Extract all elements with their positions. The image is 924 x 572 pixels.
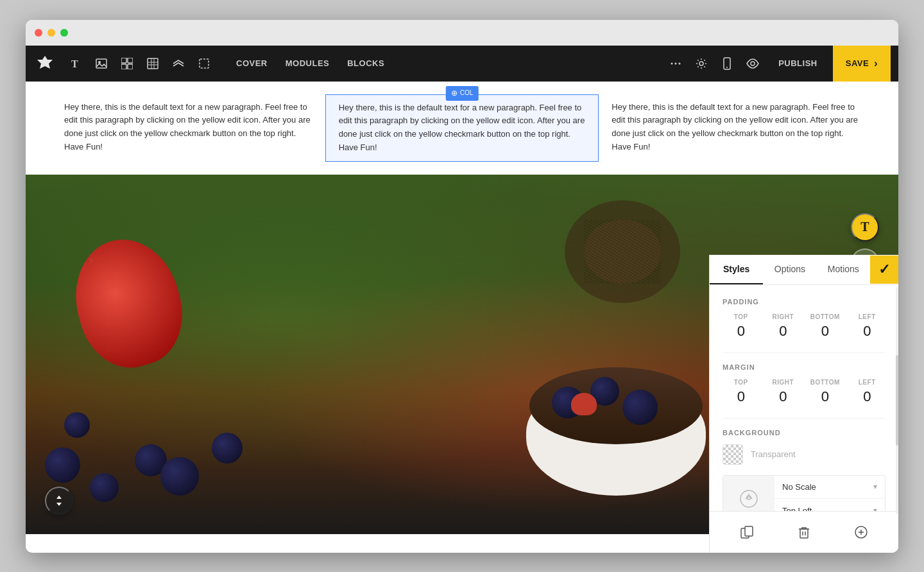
margin-top: TOP 0: [723, 379, 760, 405]
minimize-button[interactable]: [47, 29, 55, 37]
margin-bottom-label: BOTTOM: [810, 379, 840, 386]
svg-rect-29: [745, 526, 753, 536]
svg-point-13: [671, 62, 673, 64]
duplicate-footer-button[interactable]: [735, 521, 758, 544]
svg-rect-7: [148, 58, 158, 69]
toolbar-nav: COVER MODULES BLOCKS: [228, 55, 392, 72]
maximize-button[interactable]: [60, 29, 68, 37]
gallery-tool-button[interactable]: [116, 52, 139, 75]
scale-dropdown[interactable]: No Scale ▾: [774, 476, 885, 499]
image-options: No Scale ▾ Top Left ▾: [774, 476, 885, 511]
reorder-float-icon: [52, 494, 66, 508]
svg-rect-30: [800, 529, 808, 538]
col-handle-label: COL: [460, 88, 474, 98]
toolbar: T COVER MODULES BLOCKS: [26, 46, 898, 82]
margin-right-label: RIGHT: [772, 379, 794, 386]
publish-button[interactable]: PUBLISH: [768, 53, 828, 73]
svg-point-14: [675, 62, 677, 64]
app-window: T COVER MODULES BLOCKS: [26, 20, 898, 553]
reorder-float-button[interactable]: [45, 487, 73, 515]
text-float-button[interactable]: T: [851, 213, 879, 241]
margin-bottom: BOTTOM 0: [807, 379, 844, 405]
food-bowl: [513, 329, 719, 496]
position-dropdown[interactable]: Top Left ▾: [774, 499, 885, 511]
divider-2: [723, 418, 886, 419]
layers-tool-button[interactable]: [167, 52, 190, 75]
delete-footer-button[interactable]: [792, 521, 816, 544]
padding-right-value[interactable]: 0: [779, 323, 787, 340]
background-color-row: Transparent: [723, 444, 886, 465]
preview-icon[interactable]: [742, 53, 763, 74]
padding-top-label: TOP: [734, 313, 748, 320]
margin-label: MARGIN: [723, 363, 886, 371]
tab-options[interactable]: Options: [763, 255, 816, 284]
margin-section: MARGIN TOP 0 RIGHT 0 BOTTOM 0: [723, 363, 886, 405]
mobile-icon[interactable]: [717, 53, 737, 74]
background-section: BACKGROUND Transparent: [723, 429, 886, 511]
confirm-icon: ✓: [878, 261, 890, 278]
padding-right-label: RIGHT: [772, 313, 794, 320]
panel-tabs: Styles Options Motions ✓: [710, 255, 898, 285]
background-label: BACKGROUND: [723, 429, 886, 437]
margin-left-label: LEFT: [859, 379, 876, 386]
position-label: Top Left: [782, 506, 812, 511]
image-tool-button[interactable]: [90, 52, 113, 75]
background-image-row: No Scale ▾ Top Left ▾: [723, 475, 886, 511]
padding-left-value[interactable]: 0: [863, 323, 871, 340]
text-tool-button[interactable]: T: [64, 52, 87, 75]
tab-motions[interactable]: Motions: [817, 255, 870, 284]
text-column-3: Hey there, this is the default text for …: [599, 94, 873, 162]
panel-footer: [710, 511, 898, 553]
margin-top-value[interactable]: 0: [737, 388, 745, 405]
grid-tool-button[interactable]: [141, 52, 164, 75]
svg-point-25: [740, 490, 757, 507]
text-column-2-content: Hey there, this is the default text for …: [339, 103, 585, 152]
main-content: Hey there, this is the default text for …: [26, 82, 898, 553]
arrange-tool-button[interactable]: [193, 52, 216, 75]
svg-point-16: [699, 62, 703, 65]
save-button[interactable]: SAVE ›: [833, 46, 891, 82]
right-panel: Styles Options Motions ✓ PADDING TOP 0: [709, 255, 898, 553]
scale-label: No Scale: [782, 482, 816, 492]
padding-bottom: BOTTOM 0: [807, 313, 844, 340]
nav-blocks[interactable]: BLOCKS: [339, 55, 392, 72]
svg-rect-4: [128, 58, 133, 63]
text-columns-section: Hey there, this is the default text for …: [26, 82, 898, 175]
svg-rect-6: [128, 64, 133, 69]
margin-left-value[interactable]: 0: [863, 388, 871, 405]
close-button[interactable]: [35, 29, 42, 37]
settings-icon[interactable]: [691, 53, 712, 74]
padding-top-value[interactable]: 0: [737, 323, 745, 340]
svg-text:T: T: [71, 58, 78, 69]
toolbar-right: PUBLISH SAVE ›: [665, 46, 891, 82]
tab-styles[interactable]: Styles: [710, 255, 763, 284]
logo-icon: [33, 52, 56, 75]
divider-1: [723, 352, 886, 353]
text-column-2[interactable]: ⊕ COL Hey there, this is the default tex…: [325, 94, 599, 162]
panel-scrollbar[interactable]: [896, 287, 898, 511]
nav-modules[interactable]: MODULES: [278, 55, 338, 72]
margin-bottom-value[interactable]: 0: [821, 388, 829, 405]
confirm-button[interactable]: ✓: [870, 256, 898, 284]
padding-bottom-value[interactable]: 0: [821, 323, 829, 340]
text-column-1-content: Hey there, this is the default text for …: [64, 102, 311, 152]
text-column-1: Hey there, this is the default text for …: [51, 94, 325, 162]
scale-chevron-icon: ▾: [873, 482, 877, 491]
background-color-swatch[interactable]: [723, 444, 743, 465]
add-footer-button[interactable]: [850, 521, 873, 544]
image-upload-icon[interactable]: [723, 476, 774, 511]
dots-icon[interactable]: [665, 53, 686, 74]
svg-rect-5: [121, 64, 126, 69]
svg-point-18: [726, 67, 728, 68]
background-color-label: Transparent: [751, 449, 796, 459]
svg-point-15: [679, 62, 681, 64]
svg-rect-1: [96, 59, 107, 68]
margin-right-value[interactable]: 0: [779, 388, 787, 405]
margin-grid: TOP 0 RIGHT 0 BOTTOM 0 LEFT: [723, 379, 886, 405]
column-drag-handle[interactable]: ⊕ COL: [446, 86, 479, 101]
svg-rect-3: [121, 58, 126, 63]
text-column-3-content: Hey there, this is the default text for …: [612, 102, 858, 152]
title-bar: [26, 20, 898, 46]
position-chevron-icon: ▾: [873, 506, 877, 511]
nav-cover[interactable]: COVER: [228, 55, 275, 72]
